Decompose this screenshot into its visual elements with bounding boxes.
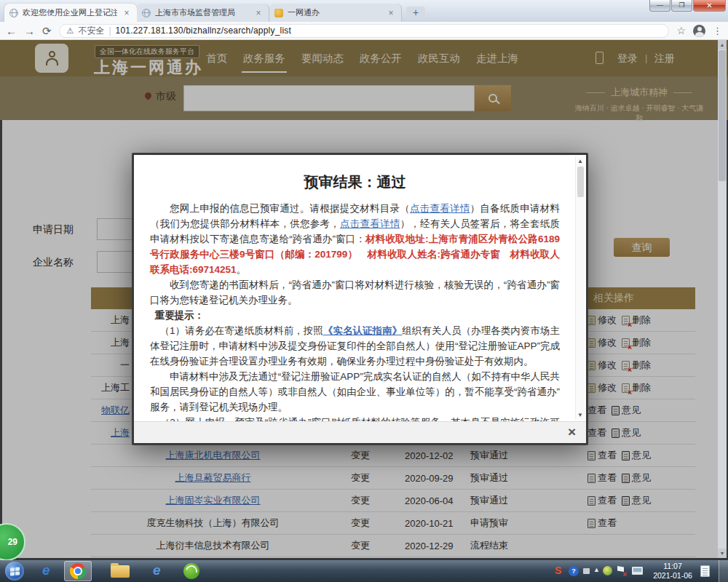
windows-logo-icon bbox=[10, 567, 20, 575]
clock-time: 11:07 bbox=[650, 562, 695, 571]
modal-paragraph: 重要提示： bbox=[150, 308, 560, 323]
tab-close-icon[interactable]: × bbox=[386, 8, 396, 18]
start-button[interactable] bbox=[5, 562, 24, 581]
text-segment: 申请材料中涉及无法通过“登记注册验证APP”完成实名认证的自然人（如不持有中华人… bbox=[150, 371, 560, 412]
url-text: 101.227.181.130/bizhallnz/search/apply_l… bbox=[116, 25, 291, 36]
tray-help-icon[interactable]: ? bbox=[569, 566, 579, 576]
tab-close-icon[interactable]: × bbox=[122, 8, 132, 18]
chrome-taskbar-icon[interactable] bbox=[64, 561, 92, 581]
browser-tab[interactable]: 一网通办× bbox=[269, 4, 402, 22]
site-favicon bbox=[274, 9, 283, 17]
window-controls: — ❐ ✕ bbox=[649, 0, 726, 12]
desktop: 欢迎您使用企业网上登记注册服…×上海市市场监督管理局×一网通办×+ — ❐ ✕ … bbox=[0, 0, 728, 582]
green-browser-taskbar-icon[interactable] bbox=[183, 563, 199, 579]
clock-date: 2021-01-06 bbox=[650, 571, 695, 581]
address-bar[interactable]: ⚠ 不安全 | 101.227.181.130/bizhallnz/search… bbox=[59, 24, 670, 38]
profile-avatar[interactable] bbox=[693, 25, 705, 37]
maximize-button[interactable]: ❐ bbox=[671, 0, 692, 12]
new-tab-button[interactable]: + bbox=[406, 7, 425, 20]
text-segment: （1）请务必在寄递纸质材料前，按照 bbox=[160, 325, 323, 336]
taskbar-clock[interactable]: 11:07 2021-01-06 bbox=[650, 562, 695, 581]
back-icon[interactable]: ← bbox=[6, 25, 17, 36]
menu-dots-icon[interactable]: ⋮ bbox=[713, 25, 722, 36]
browser-toolbar: ← → ⟳ ⚠ 不安全 | 101.227.181.130/bizhallnz/… bbox=[0, 22, 728, 40]
text-segment: 收到您寄递的书面材料后，“跨省通办”窗口将对材料进行核验，核验无误的，“跨省通办… bbox=[150, 279, 560, 306]
browser-tab[interactable]: 上海市市场监督管理局× bbox=[137, 4, 269, 22]
browser-tab[interactable]: 欢迎您使用企业网上登记注册服…× bbox=[4, 4, 137, 22]
reload-icon[interactable]: ⟳ bbox=[42, 25, 52, 36]
browser-taskbar-icon[interactable]: e bbox=[153, 562, 161, 578]
close-button[interactable]: ✕ bbox=[693, 0, 726, 12]
scroll-up-icon[interactable]: ▲ bbox=[718, 40, 727, 49]
ie-taskbar-icon[interactable]: e bbox=[42, 562, 50, 578]
text-segment: 您网上申报的信息已预审通过。请根据提交材料目录（ bbox=[170, 203, 410, 214]
network-icon[interactable] bbox=[632, 567, 643, 575]
tray-antivirus-icon[interactable] bbox=[603, 566, 612, 575]
tab-title: 上海市市场监督管理局 bbox=[155, 7, 249, 18]
text-segment: 。 bbox=[237, 264, 247, 275]
warning-icon: ⚠ bbox=[67, 26, 74, 36]
tray-expand-icon[interactable]: ▲ bbox=[593, 566, 600, 573]
modal-scroll-down-icon[interactable]: ▼ bbox=[576, 412, 585, 418]
detail-link[interactable]: 点击查看详情 bbox=[410, 203, 470, 214]
action-center-flag-icon[interactable] bbox=[616, 565, 625, 576]
scrollbar-thumb[interactable] bbox=[719, 50, 726, 181]
text-segment: 重要提示： bbox=[155, 310, 205, 321]
web-page: 全国一体化在线政务服务平台 上海一网通办 首页政务服务要闻动态政务公开政民互动走… bbox=[0, 40, 728, 560]
modal-text: 您网上申报的信息已预审通过。请根据提交材料目录（点击查看详情）自备纸质申请材料（… bbox=[150, 201, 560, 421]
modal-paragraph: （1）请务必在寄递纸质材料前，按照《实名认证指南》组织有关人员（办理各类内资市场… bbox=[150, 323, 560, 369]
tab-close-icon[interactable]: × bbox=[253, 8, 264, 18]
browser-frame: 欢迎您使用企业网上登记注册服…×上海市市场监督管理局×一网通办×+ — ❐ ✕ bbox=[0, 0, 728, 22]
scroll-down-icon[interactable]: ▼ bbox=[718, 549, 727, 558]
tab-strip: 欢迎您使用企业网上登记注册服…×上海市市场监督管理局×一网通办×+ bbox=[4, 3, 425, 22]
taskbar: e e S ? ▲ 11:07 2021-01-06 bbox=[0, 560, 728, 582]
modal-title: 预审结果：通过 bbox=[150, 172, 560, 192]
tray-sogou-icon[interactable]: S bbox=[555, 565, 561, 576]
modal-paragraph: 您网上申报的信息已预审通过。请根据提交材料目录（点击查看详情）自备纸质申请材料（… bbox=[150, 201, 560, 277]
chrome-logo-icon bbox=[70, 563, 86, 579]
globe-favicon bbox=[9, 9, 18, 17]
address-divider: | bbox=[108, 25, 111, 36]
tray-app-icon[interactable] bbox=[583, 568, 590, 574]
modal-paragraph: 申请材料中涉及无法通过“登记注册验证APP”完成实名认证的自然人（如不持有中华人… bbox=[150, 369, 560, 415]
show-desktop-button[interactable] bbox=[719, 560, 728, 582]
modal-scrollbar[interactable]: ▲ ▼ bbox=[575, 156, 585, 420]
security-label: 不安全 bbox=[78, 25, 104, 37]
explorer-taskbar-icon[interactable] bbox=[111, 565, 130, 578]
detail-link[interactable]: 点击查看详情 bbox=[340, 218, 400, 229]
globe-favicon bbox=[142, 9, 151, 17]
tray-notes-icon[interactable] bbox=[700, 565, 710, 577]
preaudit-result-modal: 预审结果：通过 您网上申报的信息已预审通过。请根据提交材料目录（点击查看详情）自… bbox=[132, 153, 588, 445]
modal-paragraph: 收到您寄递的书面材料后，“跨省通办”窗口将对材料进行核验，核验无误的，“跨省通办… bbox=[150, 277, 560, 308]
widget-count: 29 bbox=[8, 537, 17, 547]
page-scrollbar[interactable]: ▲ ▼ bbox=[718, 40, 727, 558]
modal-close-icon[interactable]: × bbox=[568, 424, 576, 440]
guide-link[interactable]: 《实名认证指南》 bbox=[323, 325, 402, 336]
bookmark-star-icon[interactable]: ☆ bbox=[676, 25, 686, 36]
modal-footer: × bbox=[134, 421, 586, 443]
tab-title: 欢迎您使用企业网上登记注册服… bbox=[23, 7, 117, 18]
modal-body: 预审结果：通过 您网上申报的信息已预审通过。请根据提交材料目录（点击查看详情）自… bbox=[134, 155, 586, 421]
forward-icon[interactable]: → bbox=[24, 25, 35, 36]
modal-paragraph: （2）网上申报、预审及“跨省通办”窗口对纸质材料的核验等服务，其本身不是实施行政… bbox=[150, 415, 560, 421]
tab-title: 一网通办 bbox=[288, 7, 381, 18]
minimize-button[interactable]: — bbox=[649, 0, 670, 12]
modal-scroll-up-icon[interactable]: ▲ bbox=[576, 158, 585, 164]
modal-scroll-thumb[interactable] bbox=[577, 167, 584, 197]
